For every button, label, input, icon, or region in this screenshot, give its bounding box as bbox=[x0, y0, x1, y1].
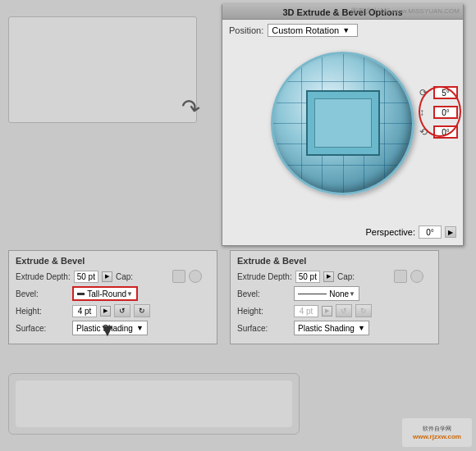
position-label: Position: bbox=[229, 25, 263, 35]
position-dropdown-value: Custom Rotation bbox=[272, 25, 339, 35]
bottom-panels: Extrude & Bevel Extrude Depth: 50 pt ▶ C… bbox=[0, 250, 476, 344]
left-bevel-row: Bevel: Tall-Round ▼ bbox=[16, 286, 210, 301]
dialog-title-bar: 3D Extrude & Bevel Options 图形设计论坛 www.MI… bbox=[222, 5, 463, 20]
left-cap-label: Cap: bbox=[116, 272, 169, 281]
right-bevel-label: Bevel: bbox=[237, 289, 291, 298]
right-bevel-dropdown[interactable]: None ▼ bbox=[294, 286, 359, 301]
left-extrude-label: Extrude Depth: bbox=[16, 272, 71, 281]
perspective-input[interactable] bbox=[419, 226, 442, 239]
left-height-row: Height: 4 pt ▶ ↺ ↻ bbox=[16, 304, 210, 317]
position-row: Position: Custom Rotation ▼ bbox=[222, 20, 463, 41]
right-cap-icon-1[interactable] bbox=[394, 270, 407, 283]
down-arrow-icon: ▼ bbox=[98, 320, 117, 341]
right-panel-title: Extrude & Bevel bbox=[237, 256, 432, 266]
bevel-line-thin bbox=[298, 294, 327, 294]
rotation-y-input[interactable]: 0° bbox=[433, 106, 458, 119]
sphere-area: ⟳ 5° ↕ 0° ⟲ 0° bbox=[222, 41, 463, 205]
left-surface-arrow-icon: ▼ bbox=[136, 324, 144, 332]
rotation-z-icon: ⟲ bbox=[419, 126, 431, 138]
watermark-line1: 软件自学网 bbox=[423, 425, 451, 433]
right-surface-dropdown[interactable]: Plastic Shading ▼ bbox=[294, 321, 369, 335]
left-panel-title: Extrude & Bevel bbox=[16, 256, 210, 266]
right-surface-arrow-icon: ▼ bbox=[358, 324, 365, 332]
right-bevel-dropdown-arrow-icon: ▼ bbox=[349, 290, 355, 298]
right-height-arrow-btn[interactable]: ▶ bbox=[322, 306, 332, 317]
sphere-square-inner bbox=[314, 98, 372, 148]
right-surface-label: Surface: bbox=[237, 324, 291, 333]
right-surface-value: Plastic Shading bbox=[298, 324, 355, 333]
left-height-value: 4 pt bbox=[72, 305, 97, 317]
left-bevel-dropdown[interactable]: Tall-Round ▼ bbox=[72, 286, 138, 301]
bottom-result-preview bbox=[8, 373, 300, 435]
main-dialog: 3D Extrude & Bevel Options 图形设计论坛 www.MI… bbox=[222, 4, 464, 246]
position-dropdown[interactable]: Custom Rotation ▼ bbox=[268, 24, 358, 37]
left-surface-label: Surface: bbox=[16, 324, 69, 333]
perspective-row: Perspective: ▶ bbox=[365, 226, 456, 239]
left-height-label: Height: bbox=[16, 307, 69, 316]
bottom-watermark: 软件自学网 www.rjzxw.com bbox=[402, 418, 472, 447]
left-rotate-btn-1[interactable]: ↺ bbox=[114, 304, 130, 317]
right-rotate-btn-2[interactable]: ↻ bbox=[355, 304, 372, 317]
right-height-value: 4 pt bbox=[294, 305, 318, 317]
left-extrude-value: 50 pt bbox=[74, 271, 98, 283]
rotation-x-input[interactable]: 5° bbox=[433, 86, 458, 99]
right-surface-row: Surface: Plastic Shading ▼ bbox=[237, 321, 432, 335]
rotation-y-row: ↕ 0° bbox=[419, 106, 458, 119]
watermark-line2: www.rjzxw.com bbox=[413, 433, 461, 440]
right-cap-label: Cap: bbox=[337, 272, 391, 281]
right-height-row: Height: 4 pt ▶ ↺ ↻ bbox=[237, 304, 432, 317]
right-extrude-arrow-btn[interactable]: ▶ bbox=[323, 271, 334, 282]
rotation-x-row: ⟳ 5° bbox=[419, 86, 458, 99]
left-extrude-row: Extrude Depth: 50 pt ▶ Cap: bbox=[16, 270, 210, 283]
sphere-3d[interactable] bbox=[271, 52, 414, 195]
right-arrow-icon: ↷ bbox=[178, 93, 201, 122]
watermark-text: 图形设计论坛 www.MISSYUAN.COM bbox=[351, 7, 460, 16]
position-dropdown-arrow-icon: ▼ bbox=[342, 26, 350, 34]
right-bevel-value: None bbox=[329, 289, 349, 298]
right-height-label: Height: bbox=[237, 307, 291, 316]
rotation-z-input[interactable]: 0° bbox=[433, 125, 458, 139]
right-rotate-btn-1[interactable]: ↺ bbox=[336, 304, 352, 317]
left-rotate-btn-2[interactable]: ↻ bbox=[134, 304, 150, 317]
right-cap-icon-2[interactable] bbox=[410, 270, 423, 283]
left-cap-icon-2[interactable] bbox=[189, 270, 202, 283]
left-height-arrow-btn[interactable]: ▶ bbox=[100, 306, 111, 317]
left-cap-icon-1[interactable] bbox=[172, 270, 185, 283]
perspective-arrow-button[interactable]: ▶ bbox=[445, 226, 456, 238]
right-extrude-panel: Extrude & Bevel Extrude Depth: 50 pt ▶ C… bbox=[230, 250, 439, 344]
perspective-label: Perspective: bbox=[365, 227, 415, 237]
right-extrude-value: 50 pt bbox=[295, 271, 320, 283]
rotation-x-icon: ⟳ bbox=[419, 87, 431, 98]
sphere-square bbox=[306, 90, 380, 156]
left-preview-box bbox=[8, 16, 197, 123]
left-extrude-arrow-btn[interactable]: ▶ bbox=[102, 271, 112, 282]
left-bevel-dropdown-arrow-icon: ▼ bbox=[126, 290, 133, 298]
rotation-controls: ⟳ 5° ↕ 0° ⟲ 0° bbox=[419, 86, 458, 139]
left-bevel-value: Tall-Round bbox=[87, 289, 126, 298]
bevel-line-thick bbox=[77, 293, 85, 295]
bottom-result-inner bbox=[16, 380, 292, 427]
right-extrude-label: Extrude Depth: bbox=[237, 272, 292, 281]
right-bevel-row: Bevel: None ▼ bbox=[237, 286, 432, 301]
rotation-y-icon: ↕ bbox=[419, 107, 431, 118]
right-extrude-row: Extrude Depth: 50 pt ▶ Cap: bbox=[237, 270, 432, 283]
left-bevel-label: Bevel: bbox=[16, 289, 69, 298]
rotation-z-row: ⟲ 0° bbox=[419, 125, 458, 139]
